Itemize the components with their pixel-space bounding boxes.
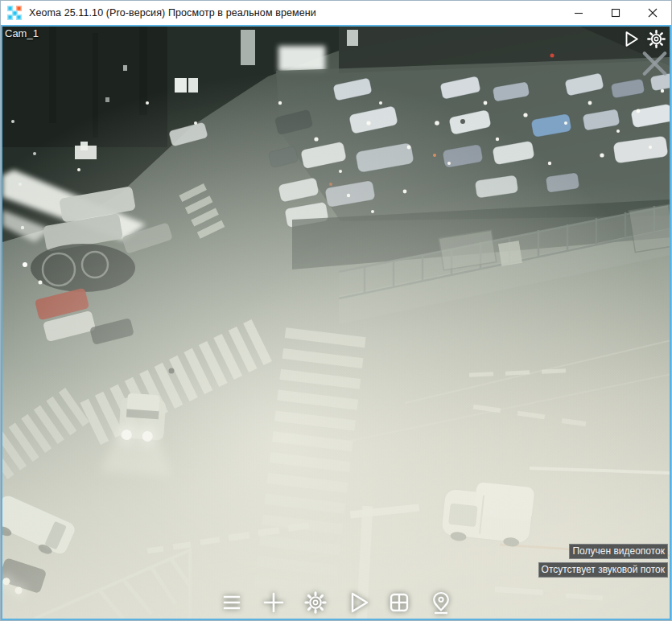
- xeoma-logo-icon: [7, 6, 22, 20]
- close-icon: [648, 8, 658, 18]
- grid-icon[interactable]: [387, 590, 411, 615]
- close-camera-icon[interactable]: [641, 50, 669, 77]
- plus-icon[interactable]: [262, 590, 286, 615]
- camera-corner-controls: [620, 29, 666, 49]
- bottom-toolbar: [220, 590, 453, 615]
- maximize-button[interactable]: [597, 1, 634, 25]
- camera-name-label: Cam_1: [5, 27, 39, 39]
- gear-icon[interactable]: [303, 590, 328, 615]
- camera-view[interactable]: Cam_1: [1, 25, 671, 620]
- video-feed: [2, 27, 671, 620]
- titlebar: Xeoma 25.11.10 (Pro-версия) Просмотр в р…: [1, 1, 671, 25]
- play-icon[interactable]: [620, 29, 641, 49]
- window-title: Xeoma 25.11.10 (Pro-версия) Просмотр в р…: [29, 7, 316, 19]
- menu-icon[interactable]: [220, 590, 244, 615]
- location-icon[interactable]: [429, 590, 453, 615]
- gear-icon[interactable]: [646, 29, 666, 49]
- minimize-button[interactable]: [560, 1, 597, 25]
- minimize-icon: [574, 8, 583, 18]
- play-icon[interactable]: [345, 590, 369, 615]
- close-button[interactable]: [634, 1, 671, 25]
- window-controls: [560, 1, 671, 25]
- maximize-icon: [611, 8, 620, 18]
- app-window: Xeoma 25.11.10 (Pro-версия) Просмотр в р…: [0, 0, 672, 621]
